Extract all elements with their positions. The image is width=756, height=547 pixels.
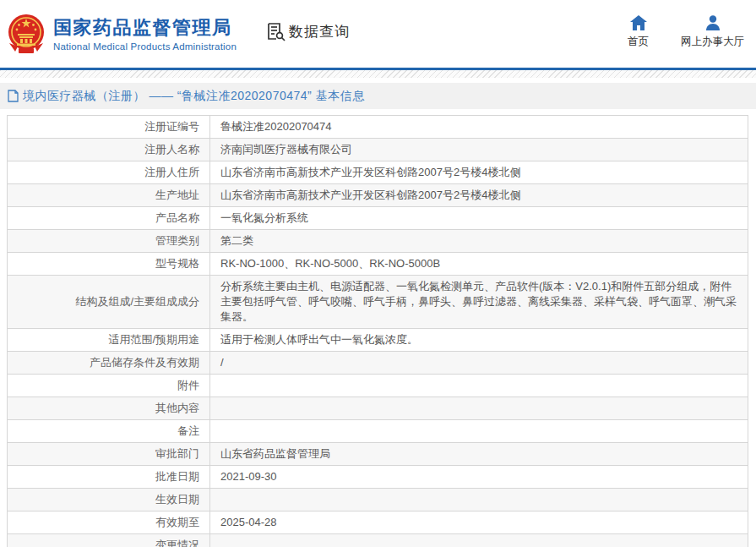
online-service-hall-link[interactable]: 网上办事大厅 — [681, 15, 744, 49]
brand-block: 国家药品监督管理局 National Medical Products Admi… — [53, 17, 237, 52]
field-label: 生效日期 — [8, 489, 210, 511]
table-row: 变更情况 — [8, 534, 748, 547]
site-subtitle: National Medical Products Administration — [53, 41, 237, 52]
field-value: 2025-04-28 — [210, 511, 748, 534]
table-row: 管理类别第二类 — [8, 230, 748, 253]
field-label: 批准日期 — [8, 466, 210, 489]
table-row: 产品储存条件及有效期/ — [8, 352, 748, 375]
field-value: / — [210, 352, 748, 375]
field-value: 山东省药品监督管理局 — [210, 443, 748, 466]
field-value: 适用于检测人体呼出气中一氧化氮浓度。 — [210, 329, 748, 352]
breadcrumb-text: 境内医疗器械（注册） —— “鲁械注准20202070474” 基本信息 — [23, 89, 365, 104]
field-label: 管理类别 — [8, 230, 210, 253]
table-row: 生效日期 — [8, 489, 748, 511]
online-service-hall-label: 网上办事大厅 — [681, 35, 744, 49]
field-value: 一氧化氮分析系统 — [210, 207, 748, 230]
national-emblem-logo — [7, 13, 46, 55]
registration-info-table-wrap: 注册证编号鲁械注准20202070474注册人名称济南闰凯医疗器械有限公司注册人… — [7, 115, 748, 547]
field-value: 济南闰凯医疗器械有限公司 — [210, 139, 748, 161]
field-value — [210, 534, 748, 547]
table-row: 注册人名称济南闰凯医疗器械有限公司 — [8, 139, 748, 161]
home-link-label: 首页 — [628, 35, 649, 49]
field-value: 鲁械注准20202070474 — [210, 116, 748, 139]
field-value — [210, 420, 748, 443]
field-label: 注册证编号 — [8, 116, 210, 139]
table-row: 审批部门山东省药品监督管理局 — [8, 443, 748, 466]
field-label: 附件 — [8, 375, 210, 397]
header-quick-links: 首页 网上办事大厅 — [628, 15, 744, 49]
field-value: 2021-09-30 — [210, 466, 748, 489]
table-row: 附件 — [8, 375, 748, 397]
registration-info-table: 注册证编号鲁械注准20202070474注册人名称济南闰凯医疗器械有限公司注册人… — [7, 115, 748, 547]
field-value: RK-NO-1000、RK-NO-5000、RK-NO-5000B — [210, 253, 748, 276]
table-row: 产品名称一氧化氮分析系统 — [8, 207, 748, 230]
field-value: 山东省济南市高新技术产业开发区科创路2007号2号楼4楼北侧 — [210, 184, 748, 207]
table-row: 型号规格RK-NO-1000、RK-NO-5000、RK-NO-5000B — [8, 253, 748, 276]
user-icon — [704, 15, 721, 30]
field-value — [210, 375, 748, 397]
data-query-nav[interactable]: 数据查询 — [265, 21, 350, 41]
field-label: 注册人名称 — [8, 139, 210, 161]
table-row: 生产地址山东省济南市高新技术产业开发区科创路2007号2号楼4楼北侧 — [8, 184, 748, 207]
table-row: 注册人住所山东省济南市高新技术产业开发区科创路2007号2号楼4楼北侧 — [8, 161, 748, 184]
table-row: 注册证编号鲁械注准20202070474 — [8, 116, 748, 139]
table-row: 其他内容 — [8, 397, 748, 420]
breadcrumb: 境内医疗器械（注册） —— “鲁械注准20202070474” 基本信息 — [0, 83, 756, 109]
field-value — [210, 489, 748, 511]
field-value: 分析系统主要由主机、电源适配器、一氧化氮检测单元、产品软件(版本：V2.0.1)… — [210, 276, 748, 329]
field-label: 适用范围/预期用途 — [8, 329, 210, 352]
registration-table-body: 注册证编号鲁械注准20202070474注册人名称济南闰凯医疗器械有限公司注册人… — [8, 116, 748, 547]
page-icon — [8, 90, 19, 102]
field-label: 生产地址 — [8, 184, 210, 207]
table-row: 备注 — [8, 420, 748, 443]
document-search-icon — [265, 21, 286, 41]
field-label: 有效期至 — [8, 511, 210, 534]
field-label: 注册人住所 — [8, 161, 210, 184]
hatch-strip — [0, 70, 756, 78]
field-value: 第二类 — [210, 230, 748, 253]
field-label: 产品名称 — [8, 207, 210, 230]
page-header: 国家药品监督管理局 National Medical Products Admi… — [0, 0, 756, 68]
table-row: 适用范围/预期用途适用于检测人体呼出气中一氧化氮浓度。 — [8, 329, 748, 352]
home-link[interactable]: 首页 — [628, 15, 649, 49]
site-title: 国家药品监督管理局 — [53, 17, 237, 39]
field-label: 变更情况 — [8, 534, 210, 547]
field-label: 审批部门 — [8, 443, 210, 466]
data-query-label: 数据查询 — [289, 22, 350, 41]
field-label: 其他内容 — [8, 397, 210, 420]
field-value: 山东省济南市高新技术产业开发区科创路2007号2号楼4楼北侧 — [210, 161, 748, 184]
field-label: 备注 — [8, 420, 210, 443]
table-row: 批准日期2021-09-30 — [8, 466, 748, 489]
table-row: 有效期至2025-04-28 — [8, 511, 748, 534]
field-label: 产品储存条件及有效期 — [8, 352, 210, 375]
field-label: 结构及组成/主要组成成分 — [8, 276, 210, 329]
field-value — [210, 397, 748, 420]
table-row: 结构及组成/主要组成成分分析系统主要由主机、电源适配器、一氧化氮检测单元、产品软… — [8, 276, 748, 329]
home-icon — [630, 15, 647, 30]
field-label: 型号规格 — [8, 253, 210, 276]
